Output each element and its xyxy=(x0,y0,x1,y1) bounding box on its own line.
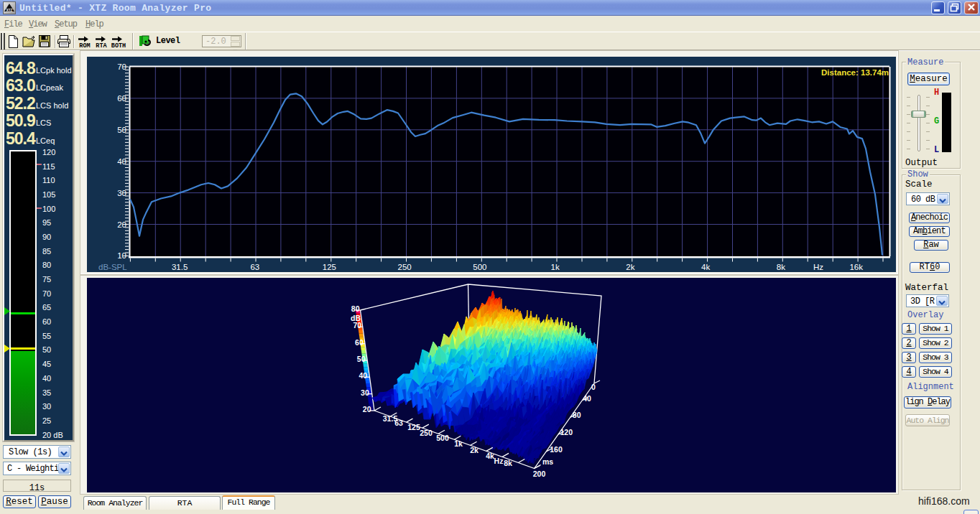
svg-text:500: 500 xyxy=(436,434,449,442)
svg-text:ms: ms xyxy=(542,457,553,466)
svg-text:60: 60 xyxy=(355,338,364,347)
svg-text:4k: 4k xyxy=(486,452,494,460)
svg-text:Hz: Hz xyxy=(494,457,504,465)
svg-text:40: 40 xyxy=(583,394,591,403)
svg-text:0: 0 xyxy=(591,383,596,391)
svg-text:250: 250 xyxy=(420,429,433,437)
svg-text:125: 125 xyxy=(407,423,420,431)
svg-text:160: 160 xyxy=(550,445,563,454)
svg-text:8k: 8k xyxy=(504,459,512,467)
svg-text:120: 120 xyxy=(560,428,573,436)
svg-text:2k: 2k xyxy=(470,446,479,454)
svg-text:20: 20 xyxy=(363,405,371,413)
svg-text:30: 30 xyxy=(361,388,369,397)
svg-text:200: 200 xyxy=(533,469,546,478)
svg-text:dB: dB xyxy=(351,314,361,322)
svg-text:80: 80 xyxy=(351,304,360,313)
svg-text:1k: 1k xyxy=(454,439,463,448)
svg-text:40: 40 xyxy=(359,371,368,380)
svg-text:50: 50 xyxy=(357,355,366,363)
svg-text:70: 70 xyxy=(353,321,362,330)
svg-text:63: 63 xyxy=(394,419,403,427)
svg-text:80: 80 xyxy=(573,411,581,419)
